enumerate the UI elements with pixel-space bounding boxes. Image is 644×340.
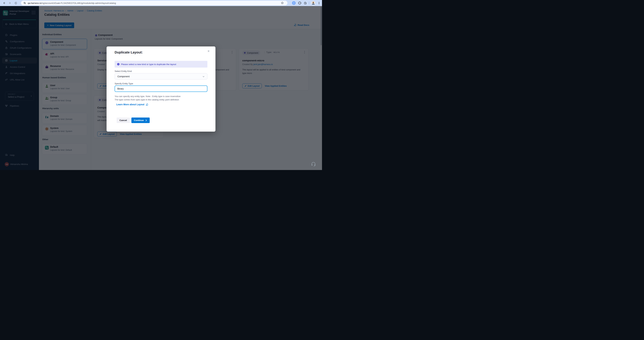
- modal-title: Duplicate Layout:: [114, 50, 143, 54]
- chevron-down-icon: [202, 76, 204, 78]
- duplicate-layout-modal: Duplicate Layout: ✕ Please select a new …: [106, 46, 216, 132]
- learn-more-link[interactable]: Learn More about Layout: [116, 103, 148, 106]
- doc-external-icon: [146, 103, 148, 106]
- reload-icon: [14, 2, 17, 4]
- browser-menu-kebab[interactable]: ⋮: [318, 1, 320, 5]
- forward-arrow-icon: [8, 2, 11, 4]
- entity-kind-label: Select Entity Kind: [114, 70, 132, 72]
- close-icon[interactable]: ✕: [208, 49, 210, 53]
- page-viewport: Internal Developer Portal Back to Main M…: [0, 6, 322, 170]
- url-path: /ng/account/zEaak-FLS425IEO7OLzMUg/modul…: [41, 2, 116, 4]
- browser-profile-avatar[interactable]: [311, 1, 315, 5]
- back-arrow-icon: [3, 2, 6, 4]
- url-bar[interactable]: qa.harness.io/ng/account/zEaak-FLS425IEO…: [21, 1, 288, 5]
- info-banner: Please select a new kind or type to dupl…: [114, 61, 208, 67]
- continue-label: Continue: [134, 119, 144, 122]
- entity-kind-select[interactable]: Component: [114, 73, 208, 79]
- note-line2: The type comes from spec.type in the cat…: [114, 98, 179, 101]
- info-icon: [117, 63, 120, 65]
- chevron-right-icon: [145, 119, 147, 121]
- modal-note: You can specify any entity type. Note : …: [114, 95, 180, 101]
- browser-extensions-area: ⋮: [292, 0, 322, 6]
- browser-forward-button[interactable]: [8, 1, 12, 5]
- browser-chrome: qa.harness.io/ng/account/zEaak-FLS425IEO…: [0, 0, 322, 6]
- loading-extension-icon[interactable]: [298, 1, 301, 5]
- entity-type-input[interactable]: [114, 85, 208, 92]
- site-settings-icon[interactable]: [23, 2, 26, 4]
- entity-kind-value: Component: [118, 75, 130, 78]
- browser-back-button[interactable]: [2, 1, 6, 5]
- onepassword-extension-icon[interactable]: [292, 1, 296, 5]
- chrome-divider: [309, 1, 309, 4]
- cancel-button[interactable]: Cancel: [116, 117, 130, 123]
- learn-more-label: Learn More about Layout: [116, 103, 144, 106]
- continue-button[interactable]: Continue: [132, 117, 150, 123]
- entity-type-label: Specify Entity Type: [114, 82, 133, 85]
- info-banner-text: Please select a new kind or type to dupl…: [121, 63, 176, 65]
- bookmark-star-icon[interactable]: [281, 1, 284, 4]
- url-host: qa.harness.io: [28, 2, 41, 4]
- support-widget[interactable]: [311, 162, 316, 167]
- url-text: qa.harness.io/ng/account/zEaak-FLS425IEO…: [28, 2, 116, 4]
- screen: qa.harness.io/ng/account/zEaak-FLS425IEO…: [0, 0, 322, 170]
- headset-icon: [311, 162, 316, 167]
- browser-reload-button[interactable]: [14, 1, 18, 5]
- extensions-puzzle-icon[interactable]: [304, 1, 307, 5]
- note-line1: You can specify any entity type. Note : …: [114, 95, 180, 98]
